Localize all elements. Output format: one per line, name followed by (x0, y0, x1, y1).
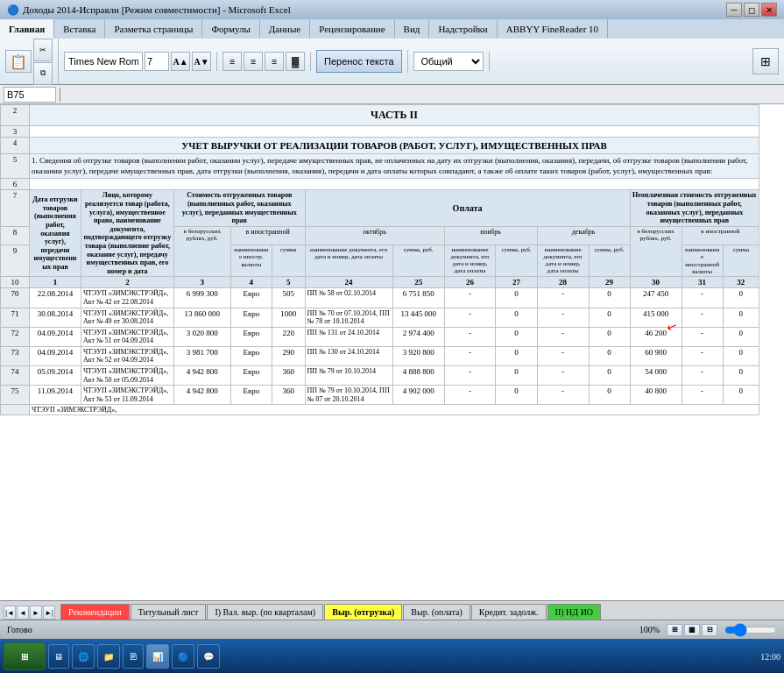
fill-btn[interactable]: ▓ (286, 52, 305, 71)
col-neopl-header: Неоплаченная стоимость отгруженных товар… (630, 190, 759, 226)
cell-sum25: 2 974 400 (392, 327, 444, 346)
taskbar-item-5[interactable]: 🔵 (172, 644, 194, 669)
cell-date: 30.08.2014 (29, 308, 81, 327)
excel-icon: 📊 (152, 652, 163, 662)
copy-btn[interactable]: ⧉ (33, 62, 53, 85)
font-grow-btn[interactable]: A▲ (171, 52, 190, 71)
font-name-input[interactable] (64, 52, 143, 71)
col-value-header: Стоимость отгруженных товаров (выполненн… (173, 190, 305, 226)
cell-sum30: 40 800 (630, 386, 682, 405)
cell-bel: 6 999 300 (173, 288, 230, 308)
sheet-tab-recom[interactable]: Рекомендации (60, 604, 130, 620)
table-row: 5 1. Сведения об отгрузке товаров (выпол… (1, 154, 759, 179)
cell-doc24: ПП № 130 от 24.10.2014 (305, 346, 392, 365)
align-center-btn[interactable]: ≡ (244, 52, 263, 71)
inostr-sum: сумма (272, 244, 305, 277)
cell-styles-btn[interactable]: ⊞ (752, 48, 779, 74)
tab-addins[interactable]: Надстройки (429, 19, 497, 39)
taskbar-item-2[interactable]: 🌐 (72, 644, 95, 669)
minimize-btn[interactable]: ─ (726, 3, 742, 17)
cell-sum31: - (682, 288, 723, 308)
taskbar-item-4[interactable]: 🖹 (123, 644, 144, 669)
zoom-label: 100% (639, 625, 660, 634)
windows-logo: ⊞ (21, 652, 28, 662)
sheet-tab-nd[interactable]: II) НД ИО (547, 604, 601, 620)
tab-home[interactable]: Главная (0, 19, 54, 39)
tab-abbyy[interactable]: ABBYY FineReader 10 (498, 19, 608, 39)
cell-company: ЧТЭУП «ЗИМЭКСТРЭЙД», Акт № 49 от 30.08.2… (81, 308, 173, 327)
align-left-btn[interactable]: ≡ (222, 52, 242, 71)
paste-btn[interactable]: 📋 (5, 50, 32, 73)
font-shrink-btn[interactable]: A▼ (192, 52, 211, 71)
col-header-row: 7 Дата отгрузки товаров (выполнения рабо… (1, 190, 759, 226)
cell-bel: 4 942 800 (173, 386, 230, 405)
cut-btn[interactable]: ✂ (33, 39, 53, 61)
colnum-32: 32 (723, 277, 759, 288)
sheet-tab-otg[interactable]: Выр. (отгрузка) (324, 604, 402, 620)
grid-scroll[interactable]: 2 ЧАСТЬ II 3 4 УЧЕТ ВЫРУЧКИ ОТ РЕАЛИЗАЦИ… (0, 104, 784, 600)
sheet-first-btn[interactable]: |◄ (4, 606, 16, 620)
colnum-24: 24 (305, 277, 392, 288)
cell-company: ЧТЭУП «ЗИМЭКСТРЭЙД», Акт № 51 от 04.09.2… (81, 327, 173, 346)
colnum-2: 2 (81, 277, 173, 288)
inostr-name: наименование иностр. валюты (230, 244, 272, 277)
cell-currency: Евро (230, 327, 272, 346)
taskbar-icon-4: 🖹 (129, 652, 138, 662)
taskbar-icon-5: 🔵 (178, 652, 188, 662)
taskbar-item-6[interactable]: 💬 (197, 644, 220, 669)
colnum-27: 27 (496, 277, 537, 288)
cell-sum32: 0 (723, 366, 759, 386)
sheet-tab-cred[interactable]: Кредит. задолж. (471, 604, 547, 620)
cell-sum32: 0 (723, 386, 759, 405)
row-number: 6 (1, 179, 30, 190)
cell-sum26: - (444, 288, 496, 308)
colnum-25: 25 (392, 277, 444, 288)
normal-view-btn[interactable]: ⊞ (667, 624, 682, 636)
cell-sum29: 0 (589, 308, 630, 327)
restore-btn[interactable]: ◻ (744, 3, 759, 17)
wrap-text-btn[interactable]: Перенос текста (316, 50, 402, 73)
taskbar-item-1[interactable]: 🖥 (48, 644, 69, 669)
tab-layout[interactable]: Разметка страницы (105, 19, 202, 39)
cell-sum30: 60 900 (630, 346, 682, 365)
tab-formulas[interactable]: Формулы (202, 19, 259, 39)
taskbar-item-3[interactable]: 📁 (97, 644, 120, 669)
sheet-next-btn[interactable]: ► (30, 606, 42, 620)
window-controls: ─ ◻ ✕ (726, 3, 777, 17)
align-right-btn[interactable]: ≡ (265, 52, 284, 71)
cell-sum29: 0 (589, 346, 630, 365)
part-label: ЧАСТЬ II (29, 105, 759, 126)
cell-currency: Евро (230, 288, 272, 308)
col-date-header: Дата отгрузки товаров (выполнения работ,… (29, 190, 81, 277)
sheet-prev-btn[interactable]: ◄ (17, 606, 29, 620)
page-layout-btn[interactable]: ▦ (684, 624, 700, 636)
tab-review[interactable]: Рецензирование (310, 19, 394, 39)
tab-data[interactable]: Данные (260, 19, 310, 39)
cell-company: ЧТЭУП «ЗИМЭКСТРЭЙД», Акт № 52 от 04.09.2… (81, 346, 173, 365)
sheet-last-btn[interactable]: ►| (43, 606, 55, 620)
page-break-btn[interactable]: ⊟ (702, 624, 717, 636)
neopl-summa: сумма (723, 244, 759, 277)
sheet-tab-val[interactable]: I) Вал. выр. (по кварталам) (207, 604, 323, 620)
spreadsheet-area: 2 ЧАСТЬ II 3 4 УЧЕТ ВЫРУЧКИ ОТ РЕАЛИЗАЦИ… (0, 104, 784, 600)
cell-date: 22.08.2014 (29, 288, 81, 308)
tab-view[interactable]: Вид (395, 19, 430, 39)
cell-sum27: 0 (496, 327, 537, 346)
start-button[interactable]: ⊞ (4, 642, 46, 670)
close-btn[interactable]: ✕ (761, 3, 777, 17)
note-text: 1. Сведения об отгрузке товаров (выполне… (29, 154, 759, 179)
font-size-input[interactable] (145, 52, 169, 71)
cell-currency: Евро (230, 366, 272, 386)
table-row: 3 (1, 126, 759, 138)
colnum-30: 30 (630, 277, 682, 288)
cell-sum32: 0 (723, 308, 759, 327)
zoom-slider[interactable] (724, 625, 777, 635)
table-title: УЧЕТ ВЫРУЧКИ ОТ РЕАЛИЗАЦИИ ТОВАРОВ (РАБО… (29, 138, 759, 154)
tab-insert[interactable]: Вставка (54, 19, 105, 39)
number-format-select[interactable]: Общий (413, 52, 484, 71)
colnum-26: 26 (444, 277, 496, 288)
sheet-tab-title[interactable]: Титульный лист (131, 604, 207, 620)
taskbar-excel-item[interactable]: 📊 (146, 644, 169, 669)
name-box[interactable] (4, 87, 56, 103)
sheet-tab-opl[interactable]: Выр. (оплата) (403, 604, 470, 620)
